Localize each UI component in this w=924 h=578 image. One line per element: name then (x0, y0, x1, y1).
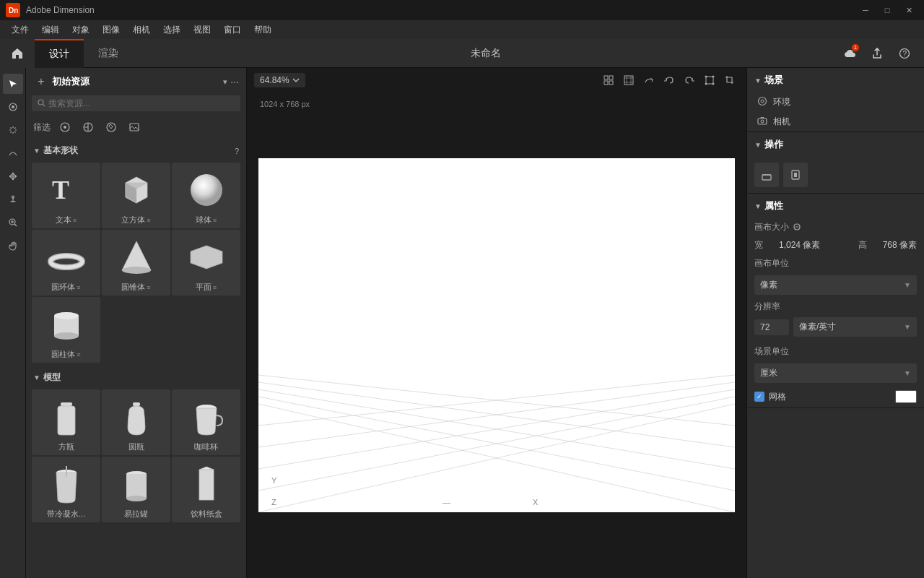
model-bottle-flat-item[interactable]: 方瓶 (32, 389, 100, 455)
camera-icon (757, 116, 767, 127)
resolution-unit-select[interactable]: 像素/英寸 ▼ (793, 317, 917, 337)
cloud-button[interactable]: 1 (839, 43, 860, 64)
shape-cylinder-item[interactable]: 圆柱体 ≡ (32, 297, 100, 363)
props-header[interactable]: ▼ 属性 (747, 194, 924, 218)
model-coffee-cup-item[interactable]: 咖啡杯 (172, 389, 240, 455)
frame-tool[interactable] (619, 71, 638, 90)
anchor-tool[interactable] (3, 189, 23, 210)
grid-toggle[interactable] (599, 71, 618, 90)
filter-3d-button[interactable] (56, 118, 74, 136)
menu-item-相机[interactable]: 相机 (127, 22, 156, 38)
sidebar-dropdown-arrow[interactable]: ▾ (223, 77, 227, 87)
basic-shapes-section: ▼ 基本形状 ? T 文本 ≡ (26, 142, 246, 366)
ops-arrow: ▼ (754, 141, 762, 149)
svg-point-46 (712, 76, 715, 78)
model-carton-item[interactable]: 饮料纸盒 (172, 457, 240, 522)
basic-shapes-header[interactable]: ▼ 基本形状 ? (26, 142, 246, 160)
model-cold-cup-item[interactable]: 带冷凝水... (32, 457, 100, 522)
models-header[interactable]: ▼ 模型 (26, 368, 246, 387)
canvas-width-value: 1,024 像素 (779, 239, 820, 251)
grid-color-swatch[interactable] (895, 390, 917, 403)
move-tool[interactable] (3, 166, 23, 186)
shape-sphere-label: 球体 (196, 215, 212, 225)
shape-plane-label: 平面 (196, 282, 212, 293)
minimize-button[interactable]: ─ (856, 4, 875, 17)
canvas-unit-select[interactable]: 像素 ▼ (754, 275, 917, 295)
model-bottle-round-item[interactable]: 圆瓶 (102, 389, 170, 455)
search-input[interactable] (48, 98, 235, 108)
paint-tool[interactable] (3, 97, 23, 117)
section-collapse-arrow: ▼ (33, 147, 40, 155)
menu-item-选择[interactable]: 选择 (157, 22, 186, 38)
svg-marker-38 (199, 467, 214, 470)
undo-tool[interactable] (660, 71, 679, 90)
canvas-size-label: 画布大小 (754, 221, 789, 233)
zoom-control[interactable]: 64.84% (254, 73, 305, 87)
help-button[interactable]: ? (894, 43, 915, 64)
menu-item-帮助[interactable]: 帮助 (248, 22, 277, 38)
shape-sphere-icon: ≡ (213, 217, 217, 224)
canvas-size-link-icon[interactable] (792, 222, 802, 233)
shape-plane-item[interactable]: 平面 ≡ (172, 230, 240, 296)
filter-env-button[interactable] (103, 118, 120, 136)
sidebar-more-button[interactable]: ··· (230, 76, 239, 87)
hand-tool[interactable] (3, 236, 23, 256)
op-align-button[interactable] (783, 163, 808, 187)
share-button[interactable] (866, 43, 888, 64)
model-can-item[interactable]: 易拉罐 (102, 457, 170, 522)
orbit-tool[interactable] (640, 71, 658, 90)
svg-point-45 (705, 76, 707, 78)
tab-render[interactable]: 渲染 (84, 39, 133, 68)
curve-tool[interactable] (3, 143, 23, 163)
basic-shapes-help[interactable]: ? (235, 147, 239, 155)
menu-item-图像[interactable]: 图像 (97, 22, 126, 38)
filter-image-button[interactable] (126, 118, 143, 136)
svg-text:T: T (52, 176, 69, 204)
shape-cube-item[interactable]: 立方体 ≡ (102, 163, 170, 228)
camera-item[interactable]: 相机 (747, 112, 924, 131)
svg-point-36 (126, 496, 147, 501)
crop-tool[interactable] (720, 71, 739, 90)
model-cold-cup-label: 带冷凝水... (47, 509, 85, 519)
menu-item-文件[interactable]: 文件 (6, 22, 35, 38)
menu-item-窗口[interactable]: 窗口 (218, 22, 247, 38)
props-title: 属性 (764, 199, 917, 212)
svg-rect-67 (762, 175, 771, 180)
menu-item-视图[interactable]: 视图 (188, 22, 217, 38)
shape-cylinder-label: 圆柱体 (51, 349, 75, 360)
maximize-button[interactable]: □ (878, 4, 897, 17)
zoom-tool[interactable] (3, 212, 23, 233)
environment-item[interactable]: 环境 (747, 92, 924, 112)
window-controls: ─ □ ✕ (856, 4, 918, 17)
redo-tool[interactable] (680, 71, 699, 90)
document-title: 未命名 (133, 47, 839, 60)
shape-text-item[interactable]: T 文本 ≡ (32, 163, 100, 228)
shape-sphere-item[interactable]: 球体 ≡ (172, 163, 240, 228)
svg-marker-37 (199, 470, 214, 500)
props-arrow: ▼ (754, 202, 762, 210)
magic-tool[interactable] (3, 120, 23, 140)
shape-cone-item[interactable]: 圆锥体 ≡ (102, 230, 170, 296)
shape-torus-item[interactable]: 圆环体 ≡ (32, 230, 100, 296)
add-button[interactable]: + (33, 74, 49, 90)
ops-header[interactable]: ▼ 操作 (747, 132, 924, 157)
sidebar-title: 初始资源 (52, 75, 220, 88)
filter-light-button[interactable] (79, 118, 97, 136)
svg-line-10 (43, 104, 45, 106)
close-button[interactable]: ✕ (899, 4, 918, 17)
menu-item-对象[interactable]: 对象 (66, 22, 95, 38)
canvas[interactable]: Z — X Y (258, 158, 735, 512)
canvas-width-label: 宽 (754, 239, 776, 251)
scene-header[interactable]: ▼ 场景 (747, 68, 924, 92)
op-ground-button[interactable] (754, 163, 779, 187)
menu-item-编辑[interactable]: 编辑 (36, 22, 65, 38)
grid-checkbox[interactable]: ✓ (754, 392, 764, 402)
select-tool[interactable] (3, 74, 23, 94)
scene-unit-select[interactable]: 厘米 ▼ (754, 363, 917, 383)
home-button[interactable] (0, 39, 35, 68)
tab-design[interactable]: 设计 (35, 39, 84, 68)
svg-point-28 (54, 332, 79, 340)
transform-tool[interactable] (700, 71, 719, 90)
ops-buttons (747, 157, 924, 193)
resolution-value[interactable]: 72 (754, 319, 789, 335)
